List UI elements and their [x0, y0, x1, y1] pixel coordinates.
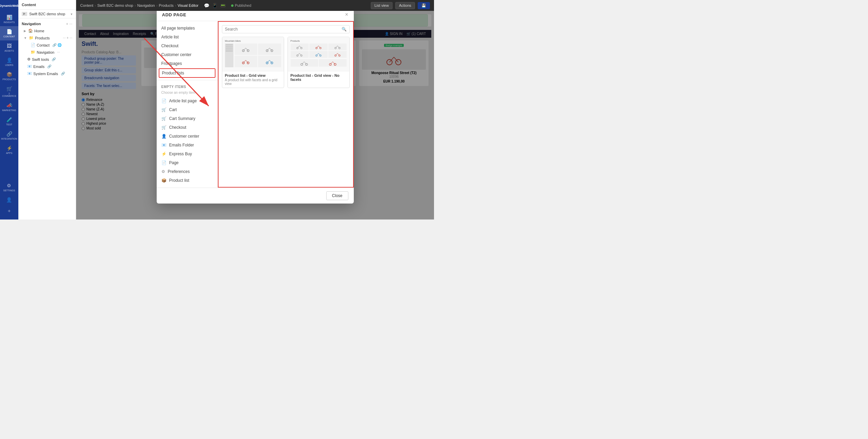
empty-preferences[interactable]: ⚙ Preferences: [157, 167, 218, 176]
topbar-right-actions: List view Actions 💾: [371, 2, 430, 9]
preferences-icon: ⚙: [161, 169, 165, 174]
nav-label-swift-tools: Swift tools: [32, 57, 49, 62]
empty-page[interactable]: 📄 Page: [157, 158, 218, 167]
empty-cart-summary[interactable]: 🛒 Cart Summary: [157, 114, 218, 123]
list-divider: [157, 80, 218, 80]
sidebar-item-add[interactable]: ＋: [2, 205, 16, 217]
modal-close-button[interactable]: ×: [345, 12, 348, 17]
sidebar-item-users[interactable]: 👤 USERS: [0, 55, 18, 69]
shop-flag: 🏳: [22, 12, 27, 16]
modal-header: ADD PAGE ×: [157, 11, 354, 21]
svg-line-31: [267, 60, 270, 63]
svg-line-20: [246, 48, 248, 51]
search-box[interactable]: 🔍: [222, 25, 350, 33]
sidebar-label-integration: INTEGRATION: [1, 138, 17, 140]
template-all[interactable]: All page templates: [157, 24, 218, 33]
modal-template-content: 🔍 Mountain bikes: [218, 21, 354, 188]
sidebar-item-insights[interactable]: 📊 INSIGHTS: [0, 12, 18, 26]
empty-article-list[interactable]: 📄 Article list page: [157, 96, 218, 105]
settings-icon: ⚙: [7, 183, 11, 188]
svg-line-51: [316, 53, 318, 56]
template-article-list[interactable]: Article list: [157, 33, 218, 41]
sidebar-label-settings: SETTINGS: [3, 189, 15, 192]
nav-item-home[interactable]: ▶ 🏠 Home: [18, 27, 76, 34]
products-icon: 📦: [6, 72, 12, 77]
nav-item-products[interactable]: ▼ 📁 Products ··· + ···: [18, 34, 76, 41]
svg-line-60: [304, 62, 307, 65]
nav-item-navigation[interactable]: 📁 Navigation ···: [18, 49, 76, 56]
template-card-grid-facets[interactable]: Mountain bikes: [222, 37, 284, 88]
chat-icon[interactable]: 💬: [204, 3, 209, 8]
nav-tree: Navigation + ··· ▶ 🏠 Home ▼ 📁 Products ·…: [18, 18, 76, 79]
sidebar-item-assets[interactable]: 🖼 ASSETS: [0, 40, 18, 55]
shop-selector[interactable]: 🏳 Swift B2C demo shop ▾: [18, 10, 76, 18]
emails-folder-icon: 📧: [161, 143, 167, 147]
sidebar-item-settings[interactable]: ⚙ SETTINGS: [2, 180, 16, 194]
close-button[interactable]: Close: [326, 191, 348, 200]
nav-item-search-result[interactable]: 📄 Contact 🔗 🌐: [18, 41, 76, 49]
search-result-icons: 🔗 🌐: [52, 43, 62, 47]
sidebar-label-users: USERS: [5, 64, 13, 66]
actions-button[interactable]: Actions: [395, 2, 415, 9]
sidebar-item-apps[interactable]: ⚡ APPS: [0, 143, 18, 157]
sidebar-label-test: TEST: [6, 123, 12, 126]
navigation-label: Navigation: [22, 22, 41, 26]
template-card-grid-no-facets[interactable]: Products: [288, 37, 350, 88]
template-product-lists[interactable]: Product lists: [159, 68, 215, 78]
nav-item-swift-tools[interactable]: ⚙ Swift tools 🔗: [18, 56, 76, 63]
template-info-2: Product list - Grid view - No facets: [288, 71, 349, 84]
folder-icon-navigation: 📁: [31, 50, 35, 54]
sidebar-item-user[interactable]: 👤: [2, 194, 16, 205]
nav-label-search-result: Contact: [37, 43, 50, 47]
template-customer-center[interactable]: Customer center: [157, 50, 218, 59]
template-frontpages[interactable]: Frontpages: [157, 59, 218, 68]
emails-icons: 🔗: [47, 65, 51, 68]
marketing-icon: 📣: [6, 103, 12, 108]
empty-emails-folder[interactable]: 📧 Emails Folder: [157, 141, 218, 150]
empty-express-buy[interactable]: ⚡ Express Buy: [157, 150, 218, 158]
content-icon: 📄: [6, 29, 12, 34]
svg-line-35: [297, 46, 299, 48]
nav-item-system-emails[interactable]: 📧 System Emails 🔗: [18, 70, 76, 77]
navigation-actions[interactable]: + ···: [66, 22, 72, 26]
mobile-icon[interactable]: 📱: [212, 3, 218, 8]
breadcrumb-products: Products: [159, 3, 173, 7]
users-icon: 👤: [6, 57, 12, 63]
empty-checkout[interactable]: 🛒 Checkout: [157, 123, 218, 132]
test-icon: 🧪: [6, 117, 12, 122]
sidebar-item-content[interactable]: 📄 CONTENT: [0, 26, 18, 40]
sidebar-item-marketing[interactable]: 📣 MARKETING: [0, 100, 18, 114]
sidebar-item-commerce[interactable]: 🛒 2 COMMERCE: [0, 83, 18, 100]
empty-product-list[interactable]: 📦 Product list: [157, 176, 218, 185]
search-icon: 🔍: [342, 27, 347, 32]
empty-items-section: EMPTY ITEMS: [157, 82, 218, 90]
shop-chevron-icon: ▾: [71, 12, 72, 16]
arrow-icon-products: ▼: [24, 36, 27, 40]
template-preview-2: Products: [288, 37, 349, 71]
sidebar-item-products[interactable]: 📦 PRODUCTS: [0, 69, 18, 83]
empty-customer-center[interactable]: 👤 Customer center: [157, 132, 218, 141]
template-name-1: Product list - Grid view: [225, 73, 281, 77]
empty-page-label: Page: [169, 160, 179, 165]
empty-cart-summary-label: Cart Summary: [169, 116, 195, 121]
add-icon: ＋: [7, 208, 12, 214]
nav-item-emails[interactable]: 📧 Emails 🔗: [18, 63, 76, 70]
empty-cart-label: Cart: [169, 107, 177, 112]
search-input[interactable]: [225, 27, 340, 32]
add-page-modal: ADD PAGE × All page templates Article li…: [157, 11, 354, 204]
products-actions[interactable]: ··· + ···: [63, 36, 72, 40]
topbar-device-icons[interactable]: 💬 📱 📟: [204, 3, 226, 8]
svg-line-47: [297, 53, 299, 56]
content-panel-header: Content: [18, 0, 76, 10]
sidebar-item-integration[interactable]: 🔗 INTEGRATION: [0, 128, 18, 143]
tablet-icon[interactable]: 📟: [220, 3, 226, 8]
save-button[interactable]: 💾: [418, 2, 430, 9]
shop-name: Swift B2C demo shop: [29, 12, 69, 16]
template-checkout[interactable]: Checkout: [157, 41, 218, 50]
svg-line-28: [246, 60, 248, 63]
arrow-icon: ▶: [24, 29, 26, 33]
list-view-button[interactable]: List view: [371, 2, 393, 9]
page-icon: 📄: [161, 160, 167, 165]
sidebar-item-test[interactable]: 🧪 TEST: [0, 114, 18, 128]
empty-cart[interactable]: 🛒 Cart: [157, 105, 218, 114]
